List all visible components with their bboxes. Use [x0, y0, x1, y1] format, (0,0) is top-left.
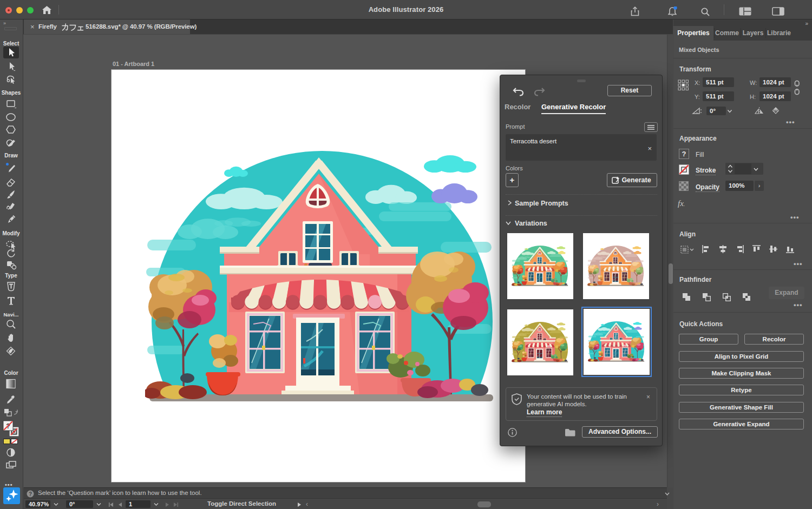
- svg-text:?: ?: [682, 150, 686, 158]
- svg-text:?: ?: [29, 491, 32, 497]
